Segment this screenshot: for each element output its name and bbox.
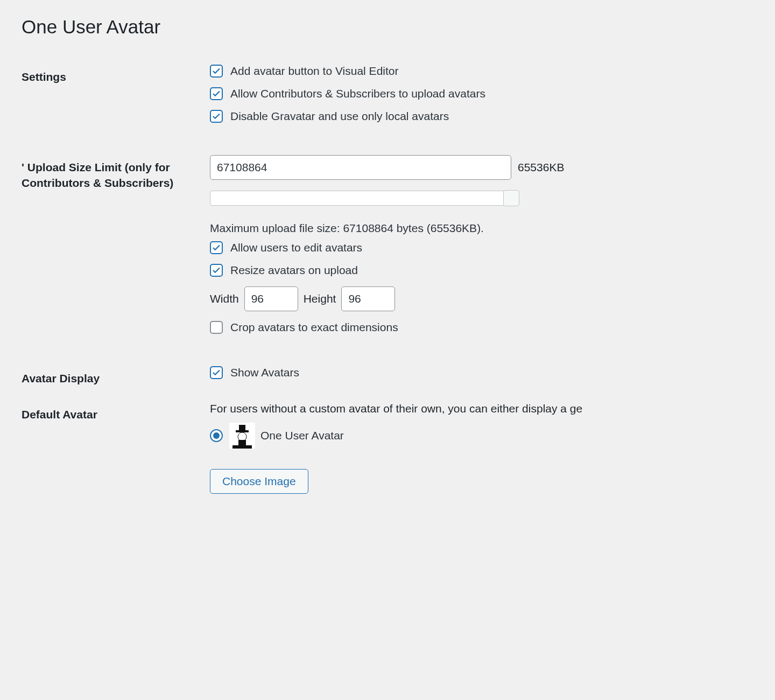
height-label: Height [304, 292, 336, 305]
settings-row: Settings Add avatar button to Visual Edi… [22, 65, 753, 123]
height-input[interactable] [341, 286, 395, 311]
checkbox-allow-contributors-label[interactable]: Allow Contributors & Subscribers to uplo… [230, 87, 485, 100]
check-icon [212, 265, 221, 275]
avatar-display-label: Avatar Display [22, 366, 210, 386]
slider-handle[interactable] [503, 190, 519, 206]
checkbox-visual-editor-label[interactable]: Add avatar button to Visual Editor [230, 65, 398, 78]
checkbox-crop[interactable] [210, 321, 223, 334]
avatar-display-row: Avatar Display Show Avatars [22, 366, 753, 386]
upload-size-input[interactable] [210, 155, 511, 180]
svg-rect-2 [239, 425, 245, 431]
upload-size-suffix: 65536KB [518, 161, 564, 174]
upload-size-label: ' Upload Size Limit (only for Contributo… [22, 155, 210, 191]
checkbox-show-avatars[interactable] [210, 366, 223, 379]
checkbox-disable-gravatar-label[interactable]: Disable Gravatar and use only local avat… [230, 110, 449, 123]
checkbox-show-avatars-label[interactable]: Show Avatars [230, 366, 299, 379]
choose-image-button[interactable]: Choose Image [210, 469, 308, 494]
upload-size-row: ' Upload Size Limit (only for Contributo… [22, 155, 753, 334]
checkbox-disable-gravatar[interactable] [210, 110, 223, 123]
upload-size-description: Maximum upload file size: 67108864 bytes… [210, 222, 753, 235]
avatar-hat-icon [229, 423, 255, 449]
checkbox-resize-upload[interactable] [210, 264, 223, 277]
checkbox-resize-upload-label[interactable]: Resize avatars on upload [230, 264, 358, 277]
default-avatar-row: Default Avatar For users without a custo… [22, 402, 753, 494]
check-icon [212, 66, 221, 76]
check-icon [212, 243, 221, 253]
check-icon [212, 111, 221, 121]
check-icon [212, 368, 221, 377]
checkbox-visual-editor[interactable] [210, 65, 223, 78]
svg-rect-5 [232, 445, 252, 449]
checkbox-allow-edit[interactable] [210, 241, 223, 254]
page-title: One User Avatar [22, 16, 753, 38]
svg-point-3 [238, 432, 246, 441]
checkbox-allow-contributors[interactable] [210, 87, 223, 100]
radio-one-user-avatar-label[interactable]: One User Avatar [260, 429, 344, 442]
width-input[interactable] [244, 286, 298, 311]
radio-one-user-avatar[interactable] [210, 429, 223, 442]
upload-size-slider[interactable] [210, 191, 753, 206]
settings-label: Settings [22, 65, 210, 85]
checkbox-allow-edit-label[interactable]: Allow users to edit avatars [230, 241, 362, 254]
checkbox-crop-label[interactable]: Crop avatars to exact dimensions [230, 321, 398, 334]
width-label: Width [210, 292, 239, 305]
default-avatar-label: Default Avatar [22, 402, 210, 422]
check-icon [212, 89, 221, 99]
default-avatar-description: For users without a custom avatar of the… [210, 402, 753, 415]
svg-rect-4 [238, 440, 246, 445]
